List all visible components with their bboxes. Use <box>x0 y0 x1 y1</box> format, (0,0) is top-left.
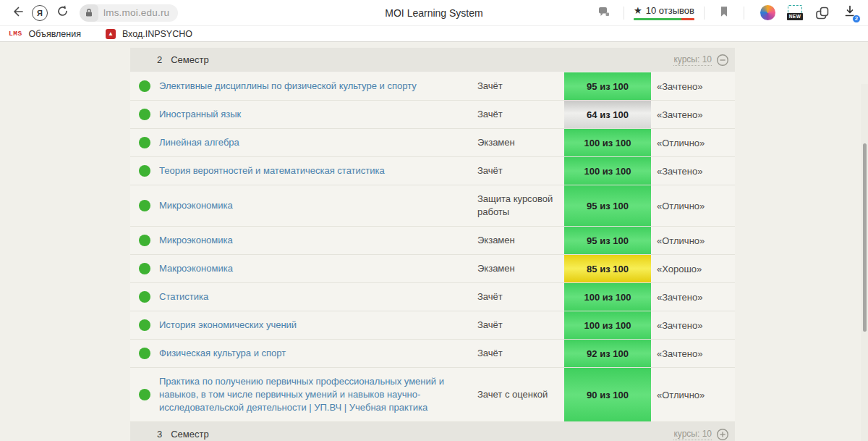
course-link[interactable]: Статистика <box>159 283 477 311</box>
score-badge: 100 из 100 <box>564 157 651 185</box>
grade-text: «Зачтено» <box>651 102 735 127</box>
grade-text: «Хорошо» <box>651 256 735 282</box>
assessment-type: Защита курсовой работы <box>477 185 564 226</box>
assessment-type: Зачёт <box>477 283 564 311</box>
score-badge: 100 из 100 <box>564 283 651 311</box>
course-status-dot <box>139 235 150 246</box>
course-link[interactable]: Физическая культура и спорт <box>159 340 477 367</box>
score-badge: 92 из 100 <box>564 340 651 367</box>
table-row: Практика по получению первичных професси… <box>130 368 735 422</box>
courses-count-label: курсы: 10 <box>673 429 712 440</box>
back-button[interactable] <box>7 3 27 23</box>
course-link[interactable]: Иностранный язык <box>159 101 477 128</box>
status-dot-cell <box>130 72 159 100</box>
color-sphere-extension-icon[interactable] <box>759 4 776 22</box>
back-icon <box>10 4 25 22</box>
address-bar[interactable]: lms.moi.edu.ru <box>80 4 178 22</box>
status-dot-cell <box>130 283 159 311</box>
refresh-button[interactable] <box>52 3 72 23</box>
course-status-dot <box>139 389 150 400</box>
course-link[interactable]: Практика по получению первичных професси… <box>159 368 477 421</box>
assessment-type: Зачет с оценкой <box>477 381 564 408</box>
grade-text: «Отлично» <box>651 193 735 219</box>
course-status-dot <box>139 80 150 92</box>
star-icon: ★ <box>634 6 642 15</box>
status-dot-cell <box>130 368 159 421</box>
semester-header-3: 3 Семестр курсы: 10 <box>130 422 735 441</box>
inpsycho-favicon: ▲ <box>106 29 116 39</box>
table-row: МакроэкономикаЭкзамен85 из 100«Хорошо» <box>130 255 735 283</box>
yandex-logo-icon[interactable]: Я <box>32 5 48 21</box>
course-link[interactable]: Элективные дисциплины по физической куль… <box>159 72 477 100</box>
course-status-dot <box>139 165 150 177</box>
course-status-dot <box>139 319 150 331</box>
bookmark-button[interactable] <box>714 3 734 23</box>
grades-table: 2 Семестр курсы: 10 Элективные дисциплин… <box>130 48 735 441</box>
status-dot-cell <box>130 311 159 339</box>
course-link[interactable]: Микроэкономика <box>159 227 477 254</box>
table-row: Иностранный языкЗачёт64 из 100«Зачтено» <box>130 101 735 129</box>
status-dot-cell <box>130 227 159 254</box>
lock-icon[interactable] <box>80 4 98 22</box>
assessment-type: Зачёт <box>477 157 564 185</box>
lms-page: 2 Семестр курсы: 10 Элективные дисциплин… <box>0 42 868 441</box>
scrollbar-thumb[interactable] <box>863 143 867 332</box>
course-status-dot <box>139 137 150 148</box>
reviews-widget[interactable]: ★ 10 отзывов <box>634 5 694 20</box>
course-status-dot <box>139 200 150 211</box>
courses-expand-control[interactable]: курсы: 10 <box>673 428 729 441</box>
score-badge: 100 из 100 <box>564 311 651 339</box>
grade-text: «Зачтено» <box>651 74 735 99</box>
status-dot-cell <box>130 157 159 185</box>
score-badge: 95 из 100 <box>564 72 651 100</box>
score-badge: 95 из 100 <box>564 227 651 254</box>
course-link[interactable]: Теория вероятностей и математическая ста… <box>159 157 477 185</box>
course-link[interactable]: Линейная алгебра <box>159 129 477 156</box>
bookmark-flag-icon <box>718 5 731 21</box>
status-dot-cell <box>130 129 159 156</box>
grade-text: «Отлично» <box>651 130 735 156</box>
courses-collapse-control[interactable]: курсы: 10 <box>673 54 729 67</box>
assessment-type: Зачёт <box>477 340 564 367</box>
assessment-type: Экзамен <box>477 227 564 254</box>
course-link[interactable]: История экономических учений <box>159 311 477 339</box>
browser-toolbar: Я lms.moi.edu.ru MOI Learning System ★ 1… <box>0 0 868 26</box>
semester-number: 3 <box>157 429 162 440</box>
bookmarks-bar: LMS Объявления ▲ Вход.INPSYCHO <box>0 26 868 42</box>
feedback-button[interactable] <box>594 3 614 23</box>
course-status-dot <box>139 291 150 303</box>
status-dot-cell <box>130 185 159 226</box>
score-badge: 100 из 100 <box>564 129 651 156</box>
new-extension-icon[interactable]: NEW <box>786 4 804 22</box>
course-link[interactable]: Макроэкономика <box>159 255 477 282</box>
expand-icon <box>716 428 729 441</box>
collapse-icon <box>716 54 729 67</box>
grade-text: «Отлично» <box>651 228 735 253</box>
bookmark-label: Вход.INPSYCHO <box>122 29 192 39</box>
download-count-badge: 2 <box>852 14 861 23</box>
course-status-dot <box>139 263 150 274</box>
page-title: MOI Learning System <box>385 0 482 26</box>
cards-extension-icon[interactable] <box>814 4 831 22</box>
table-row: Теория вероятностей и математическая ста… <box>130 157 735 185</box>
table-row: Линейная алгебраЭкзамен100 из 100«Отличн… <box>130 129 735 157</box>
divider <box>744 7 744 20</box>
bookmark-item-announcements[interactable]: LMS Объявления <box>9 29 81 39</box>
course-link[interactable]: Микроэкономика <box>159 192 477 219</box>
status-dot-cell <box>130 101 159 128</box>
score-badge: 64 из 100 <box>564 101 651 128</box>
grade-text: «Отлично» <box>651 382 735 408</box>
semester-header-2: 2 Семестр курсы: 10 <box>130 48 735 72</box>
table-row: Элективные дисциплины по физической куль… <box>130 72 735 101</box>
course-status-dot <box>139 109 150 120</box>
downloads-button[interactable]: 2 <box>841 4 859 22</box>
assessment-type: Экзамен <box>477 255 564 282</box>
course-status-dot <box>139 348 150 359</box>
grade-text: «Зачтено» <box>651 159 735 184</box>
course-rows: Элективные дисциплины по физической куль… <box>130 72 735 422</box>
url-text: lms.moi.edu.ru <box>103 7 169 18</box>
score-badge: 85 из 100 <box>564 255 651 282</box>
score-badge: 95 из 100 <box>564 185 651 226</box>
table-row: МикроэкономикаЭкзамен95 из 100«Отлично» <box>130 227 735 255</box>
bookmark-item-inpsycho[interactable]: ▲ Вход.INPSYCHO <box>106 29 192 39</box>
